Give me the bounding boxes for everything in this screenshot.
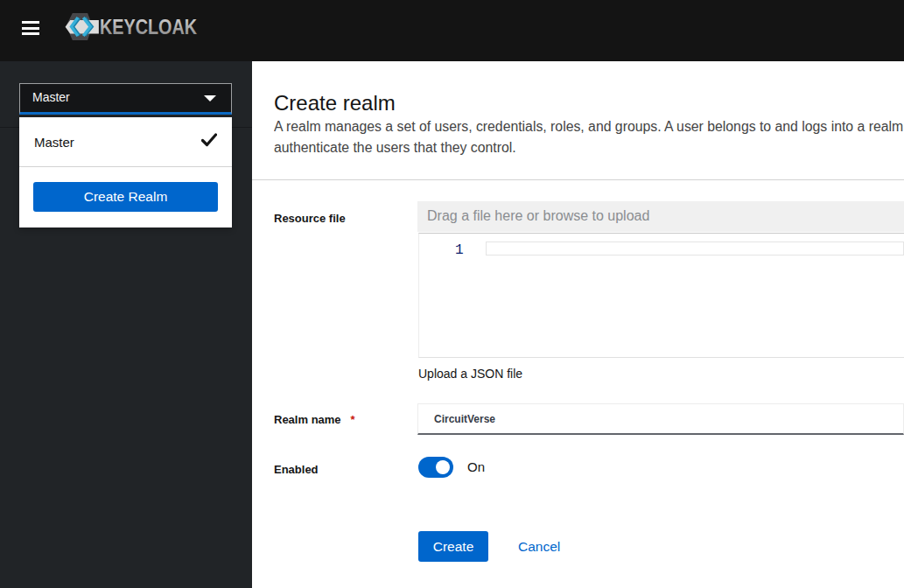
svg-text:KEYCLOAK: KEYCLOAK [100,16,197,38]
